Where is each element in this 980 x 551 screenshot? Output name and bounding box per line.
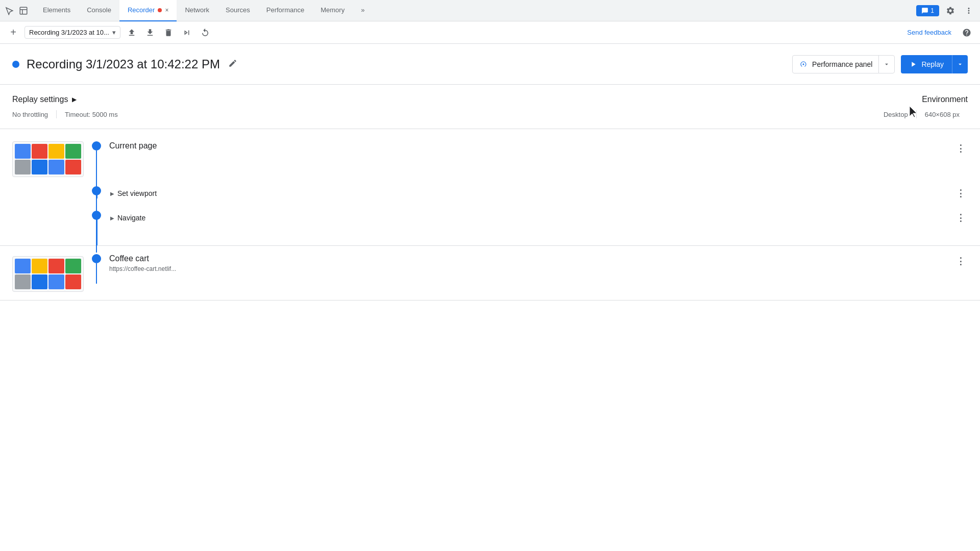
navigate-chevron: ▶: [110, 215, 114, 221]
tab-bar-end: 1: [916, 4, 976, 18]
tab-performance[interactable]: Performance: [258, 0, 312, 21]
timeout-value: Timeout: 5000 ms: [65, 111, 126, 118]
device-value: Desktop: [884, 111, 916, 118]
step-line-coffee: [96, 263, 97, 284]
navigate-label: Navigate: [117, 214, 145, 222]
settings-chevron-right: ▶: [72, 96, 77, 103]
recording-select[interactable]: Recording 3/1/2023 at 10... ▾: [24, 26, 120, 39]
tab-memory[interactable]: Memory: [312, 0, 353, 21]
replay-settings-toggle[interactable]: Replay settings ▶: [12, 95, 884, 104]
add-recording-button[interactable]: +: [6, 26, 20, 40]
replay-button[interactable]: Replay: [901, 55, 968, 73]
throttling-value: No throttling: [12, 111, 56, 118]
svg-rect-0: [20, 7, 27, 14]
tab-bar-icons: [4, 6, 29, 16]
resolution-value: 640×608 px: [925, 111, 968, 118]
viewport-label: Set viewport: [117, 189, 157, 197]
sub-step-navigate: ▶ Navigate ⋮: [0, 195, 980, 225]
set-viewport-step[interactable]: ▶ Set viewport: [110, 189, 157, 197]
environment-title: Environment: [884, 95, 968, 104]
settings-right: Environment Desktop 640×608 px: [884, 95, 968, 118]
header-actions: Performance panel Replay: [792, 55, 968, 73]
toolbar: + Recording 3/1/2023 at 10... ▾ Send fee…: [0, 21, 980, 44]
settings-details: No throttling Timeout: 5000 ms: [12, 110, 884, 118]
edit-title-icon[interactable]: [226, 57, 239, 72]
import-button[interactable]: [143, 26, 157, 40]
step-content-coffee: Coffee cart https://coffee-cart.netlif..…: [109, 254, 953, 272]
step-line-1: [96, 151, 97, 253]
dock-icon[interactable]: [18, 6, 29, 16]
send-feedback-button[interactable]: Send feedback: [903, 27, 955, 38]
performance-panel-button[interactable]: Performance panel: [792, 55, 895, 73]
step-group-current-page: Current page ⋮ ▶ Set viewport ⋮: [0, 129, 980, 246]
export-button[interactable]: [125, 26, 139, 40]
replay-label: Replay: [921, 60, 944, 68]
close-icon[interactable]: ×: [165, 7, 168, 14]
step-more-navigate[interactable]: ⋮: [953, 211, 968, 225]
tab-elements[interactable]: Elements: [35, 0, 79, 21]
step-content-current: Current page: [109, 141, 953, 151]
performance-panel-label: Performance panel: [812, 60, 872, 68]
tab-sources[interactable]: Sources: [217, 0, 258, 21]
step-more-coffee[interactable]: ⋮: [953, 254, 968, 268]
env-divider: [916, 110, 917, 118]
help-button[interactable]: [960, 26, 974, 40]
performance-panel-main[interactable]: Performance panel: [793, 56, 878, 73]
record-dot: [158, 8, 162, 12]
settings-icon[interactable]: [943, 4, 958, 18]
replay-settings-label: Replay settings: [12, 95, 68, 104]
tab-network[interactable]: Network: [177, 0, 217, 21]
step-group-coffee-cart: Coffee cart https://coffee-cart.netlif..…: [0, 246, 980, 300]
step-url-coffee: https://coffee-cart.netlif...: [109, 265, 953, 272]
viewport-chevron: ▶: [110, 191, 114, 196]
navigate-step[interactable]: ▶ Navigate: [110, 214, 145, 222]
cursor-icon[interactable]: [4, 6, 14, 16]
tab-recorder[interactable]: Recorder ×: [119, 0, 177, 21]
recording-title: Recording 3/1/2023 at 10:42:22 PM: [27, 57, 220, 71]
notification-button[interactable]: 1: [916, 5, 939, 16]
step-more-current[interactable]: ⋮: [953, 141, 968, 156]
tab-overflow[interactable]: »: [353, 0, 373, 21]
step-back-button[interactable]: [198, 26, 212, 40]
settings-divider: [56, 110, 57, 118]
recording-status-dot: [12, 61, 19, 68]
sub-step-viewport: ▶ Set viewport ⋮: [0, 171, 980, 201]
kebab-menu-icon[interactable]: [962, 4, 976, 18]
performance-panel-chevron[interactable]: [878, 56, 894, 73]
delete-button[interactable]: [161, 26, 176, 40]
settings-left: Replay settings ▶ No throttling Timeout:…: [12, 95, 884, 118]
tab-console[interactable]: Console: [79, 0, 119, 21]
step-dot-coffee: [92, 254, 101, 263]
replay-main[interactable]: Replay: [901, 55, 952, 73]
steps-container: Current page ⋮ ▶ Set viewport ⋮: [0, 129, 980, 300]
recording-header: Recording 3/1/2023 at 10:42:22 PM Perfor…: [0, 44, 980, 85]
step-thumbnail-current: [12, 141, 84, 177]
step-label-current: Current page: [109, 141, 953, 151]
step-more-viewport[interactable]: ⋮: [953, 186, 968, 201]
replay-chevron[interactable]: [952, 55, 968, 73]
step-thumbnail-coffee: [12, 256, 84, 292]
step-dot-1: [92, 141, 101, 151]
env-details: Desktop 640×608 px: [884, 110, 968, 118]
tab-bar: Elements Console Recorder × Network Sour…: [0, 0, 980, 21]
settings-bar: Replay settings ▶ No throttling Timeout:…: [0, 85, 980, 129]
step-label-coffee: Coffee cart: [109, 254, 953, 263]
step-play-button[interactable]: [180, 26, 194, 40]
